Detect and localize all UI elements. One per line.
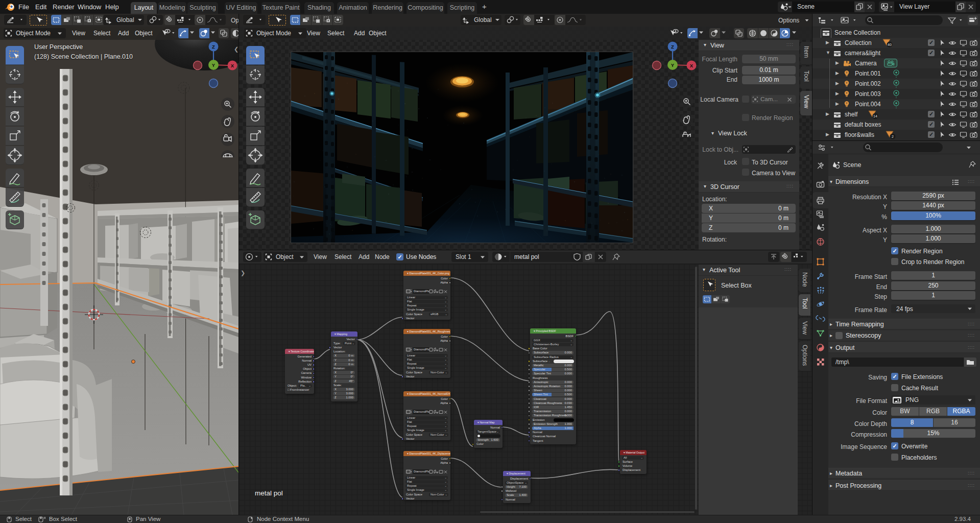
svg-text:Z: Z [671,44,674,50]
svg-text:X: X [231,63,234,68]
svg-text:14: 14 [873,114,877,118]
svg-text:2: 2 [892,135,894,138]
svg-text:Y: Y [671,62,675,68]
svg-text:Y: Y [212,62,216,68]
svg-text:40: 40 [888,43,892,46]
svg-text:Z: Z [212,44,215,50]
svg-text:X: X [690,63,694,68]
